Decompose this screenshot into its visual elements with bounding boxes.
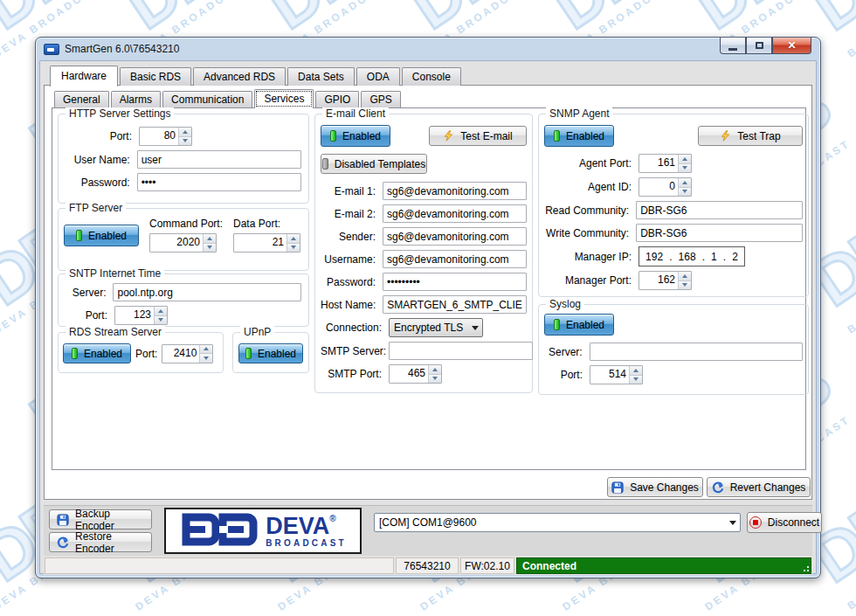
host-name-input[interactable] [383, 295, 527, 314]
agent-port-label: Agent Port: [544, 157, 632, 170]
maximize-button[interactable] [746, 38, 772, 54]
sntp-port-spinner[interactable]: 123 [114, 306, 168, 325]
disabled-templates-button[interactable]: Disabled Templates [321, 154, 427, 174]
ftp-command-port-spinner[interactable]: 2020 [149, 233, 217, 253]
email2-input[interactable] [383, 204, 527, 223]
tab-basic-rds[interactable]: Basic RDS [120, 67, 191, 86]
subtab-alarms[interactable]: Alarms [111, 91, 161, 107]
spin-down-icon[interactable] [630, 376, 642, 384]
spin-up-icon[interactable] [155, 307, 167, 316]
spin-up-icon[interactable] [287, 234, 300, 244]
spin-up-icon[interactable] [679, 178, 691, 188]
revert-changes-label: Revert Changes [730, 481, 806, 494]
snmp-enabled-button[interactable]: Enabled [544, 125, 614, 147]
test-trap-button[interactable]: Test Trap [698, 126, 803, 146]
email-enabled-label: Enabled [342, 130, 381, 142]
revert-icon [712, 481, 724, 494]
ftp-server-group: FTP Server Enabled Command Port: 2020 [58, 208, 309, 271]
email2-label: E-mail 2: [321, 208, 376, 220]
connection-select[interactable]: Encrypted TLS [389, 318, 483, 337]
username-input[interactable] [383, 250, 527, 268]
spin-down-icon[interactable] [679, 188, 691, 197]
email-password-input[interactable] [383, 273, 527, 291]
window-controls: ✕ [720, 38, 811, 54]
syslog-port-value: 514 [590, 366, 629, 384]
spin-down-icon[interactable] [679, 164, 691, 173]
syslog-group: Syslog Enabled Server: [538, 304, 809, 395]
ftp-data-port-spinner[interactable]: 21 [233, 233, 300, 253]
tab-hardware[interactable]: Hardware [50, 66, 118, 87]
ftp-command-port-label: Command Port: [149, 218, 223, 230]
agent-port-spinner[interactable]: 161 [639, 154, 692, 173]
email-enabled-button[interactable]: Enabled [321, 125, 390, 147]
syslog-server-input[interactable] [590, 343, 803, 361]
syslog-port-spinner[interactable]: 514 [590, 365, 643, 384]
spin-up-icon[interactable] [429, 365, 441, 375]
smtp-server-input[interactable] [389, 342, 533, 360]
lightning-icon [720, 130, 731, 142]
spin-down-icon[interactable] [204, 244, 216, 253]
sntp-group: SNTP Internet Time Server: Port: 123 [58, 273, 309, 327]
spin-up-icon[interactable] [204, 234, 216, 244]
subtab-services[interactable]: Services [254, 89, 314, 108]
tab-data-sets[interactable]: Data Sets [287, 67, 355, 86]
backup-encoder-button[interactable]: Backup Encoder [49, 509, 152, 529]
http-server-group: HTTP Server Settings Port: 80 User Name: [58, 114, 309, 204]
smtp-port-spinner[interactable]: 465 [389, 364, 442, 384]
maximize-icon [756, 42, 763, 49]
revert-changes-button[interactable]: Revert Changes [707, 477, 811, 497]
subtab-communication[interactable]: Communication [162, 91, 252, 107]
close-button[interactable]: ✕ [772, 38, 811, 54]
com-port-value: [COM] COM1@9600 [379, 516, 726, 529]
disconnect-button[interactable]: Disconnect [747, 512, 822, 533]
syslog-enabled-button[interactable]: Enabled [544, 314, 614, 336]
com-port-select[interactable]: [COM] COM1@9600 [374, 513, 741, 532]
http-user-input[interactable] [137, 150, 301, 169]
upnp-enabled-button[interactable]: Enabled [238, 343, 303, 363]
http-server-group-title: HTTP Server Settings [66, 107, 174, 120]
tab-advanced-rds[interactable]: Advanced RDS [193, 67, 286, 86]
agent-id-spinner[interactable]: 0 [639, 177, 692, 197]
spin-up-icon[interactable] [179, 128, 191, 137]
subtab-general[interactable]: General [54, 91, 109, 107]
snmp-group: SNMP Agent Enabled Test Trap [538, 114, 809, 297]
ftp-enabled-button[interactable]: Enabled [64, 225, 139, 246]
email1-input[interactable] [383, 182, 527, 200]
test-email-button[interactable]: Test E-mail [429, 126, 527, 146]
subtab-gps[interactable]: GPS [361, 91, 400, 107]
username-label: Username: [321, 253, 376, 266]
bottom-bar: Backup Encoder Restore Encoder [44, 505, 812, 556]
rds-stream-enabled-button[interactable]: Enabled [63, 343, 131, 363]
spin-down-icon[interactable] [679, 281, 691, 290]
resize-grip[interactable] [801, 564, 810, 572]
title-bar[interactable]: SmartGen 6.0\76543210 [36, 38, 820, 60]
rds-stream-port-spinner[interactable]: 2410 [162, 344, 213, 363]
http-password-input[interactable] [137, 173, 301, 191]
tab-oda[interactable]: ODA [356, 67, 400, 86]
restore-icon [57, 536, 69, 549]
tab-console[interactable]: Console [402, 67, 461, 86]
http-port-spinner[interactable]: 80 [139, 127, 192, 146]
sntp-server-label: Server: [64, 287, 106, 299]
subtab-gpio[interactable]: GPIO [315, 91, 359, 107]
spin-down-icon[interactable] [155, 316, 167, 325]
spin-down-icon[interactable] [429, 375, 441, 384]
read-community-input[interactable] [636, 201, 803, 219]
manager-ip-field[interactable]: 192 . 168 . 1 . 2 [639, 246, 745, 266]
ftp-data-port-label: Data Port: [233, 218, 300, 230]
manager-port-spinner[interactable]: 162 [639, 271, 692, 290]
spin-up-icon[interactable] [200, 345, 212, 355]
sntp-server-input[interactable] [113, 283, 301, 301]
spin-down-icon[interactable] [179, 137, 191, 146]
restore-encoder-button[interactable]: Restore Encoder [49, 532, 152, 552]
spin-up-icon[interactable] [679, 155, 691, 164]
save-changes-button[interactable]: Save Changes [607, 477, 703, 497]
write-community-input[interactable] [636, 224, 803, 242]
spin-down-icon[interactable] [287, 244, 300, 253]
smtp-port-value: 465 [390, 365, 428, 383]
minimize-button[interactable] [720, 38, 746, 54]
spin-down-icon[interactable] [200, 354, 212, 363]
spin-up-icon[interactable] [630, 366, 642, 376]
sender-input[interactable] [383, 227, 527, 246]
spin-up-icon[interactable] [679, 272, 691, 281]
